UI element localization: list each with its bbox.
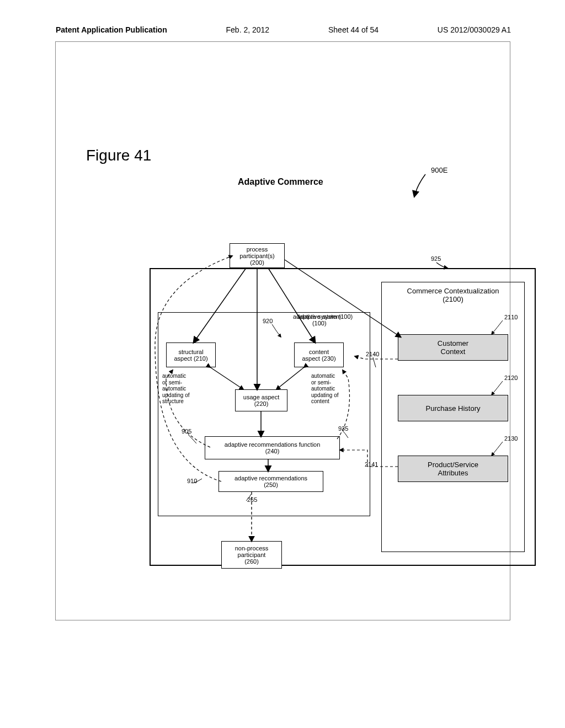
auto-content-note: automatic or semi- automatic updating of… (311, 373, 339, 405)
ref-925: 925 (431, 255, 441, 262)
structural-aspect-box: structural aspect (210) (166, 342, 216, 367)
header-row: Patent Application Publication Feb. 2, 2… (56, 25, 511, 34)
header-left: Patent Application Publication (56, 25, 167, 34)
ref-265: 265 (247, 496, 257, 503)
product-attributes-box: Product/Service Attributes (398, 456, 508, 482)
header-right: US 2012/0030029 A1 (438, 25, 511, 34)
ref-2140: 2140 (366, 351, 379, 357)
figure-title: Figure 41 (86, 147, 151, 164)
header-sheet: Sheet 44 of 54 (328, 25, 379, 34)
ref-900e: 900E (431, 166, 447, 174)
ref-2130: 2130 (504, 435, 518, 442)
commerce-ctx-title: Commerce Contextualization (2100) (382, 287, 524, 303)
ref-935: 935 (338, 425, 348, 432)
ref-920: 920 (263, 318, 273, 324)
purchase-history-box: Purchase History (398, 395, 508, 421)
recommendations-box: adaptive recommendations (250) (218, 471, 323, 492)
ref-910: 910 (187, 478, 197, 484)
content-aspect-box: content aspect (230) (294, 342, 344, 367)
process-participants-box: process participant(s) (200) (230, 243, 285, 268)
adaptive-system-text: adaptive system (100) (297, 313, 341, 326)
figure-subtitle: Adaptive Commerce (238, 177, 323, 187)
ref-2110: 2110 (504, 314, 518, 320)
ref-2141: 2141 (365, 461, 378, 468)
ref-905: 905 (182, 428, 191, 435)
page-frame: Patent Application Publication Feb. 2, 2… (55, 41, 510, 620)
header-date: Feb. 2, 2012 (226, 25, 270, 34)
usage-aspect-box: usage aspect (220) (235, 389, 287, 411)
non-process-participant-box: non-process participant (260) (221, 541, 282, 569)
ref-2120: 2120 (504, 374, 518, 381)
rec-function-box: adaptive recommendations function (240) (205, 436, 340, 459)
auto-structure-note: automatic or semi- automatic updating of… (162, 373, 190, 405)
customer-context-box: Customer Context (398, 334, 508, 361)
